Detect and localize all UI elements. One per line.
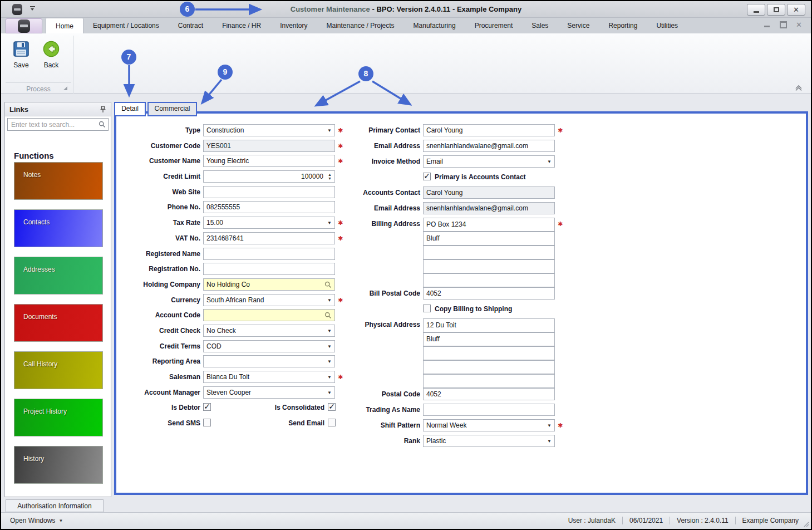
function-tile-history[interactable]: History (14, 446, 103, 484)
dropdown-arrow-icon[interactable]: ▼ (547, 435, 552, 447)
menu-tab-sales[interactable]: Sales (522, 18, 558, 33)
menu-tab-finance-hr[interactable]: Finance / HR (213, 18, 270, 33)
field-input[interactable] (423, 273, 555, 287)
field-label: Accounts Contact (312, 187, 420, 199)
close-button[interactable]: ✕ (787, 4, 805, 16)
minimize-button[interactable] (747, 4, 765, 16)
menu-tab-inventory[interactable]: Inventory (270, 18, 317, 33)
menu-tab-manufacturing[interactable]: Manufacturing (404, 18, 465, 33)
collapse-ribbon-icon[interactable] (794, 85, 803, 91)
status-user: User : JulandaK (568, 517, 616, 524)
field-input[interactable] (423, 360, 555, 374)
links-header: Links (5, 102, 111, 116)
field-input[interactable] (423, 259, 555, 273)
field-label: Registration No. (116, 263, 200, 275)
function-tile-contacts[interactable]: Contacts (14, 209, 103, 247)
function-tile-label: Call History (23, 360, 57, 368)
field-label: Phone No. (116, 201, 200, 213)
rank-select[interactable]: Plastic▼ (423, 435, 555, 447)
window-title-app: - BPO: Version 2.4.0.11 - Example Compan… (370, 5, 521, 13)
menu-tab-home[interactable]: Home (46, 18, 83, 33)
field-input[interactable]: Bluff (423, 232, 555, 246)
primary-contact-value: Carol Young (426, 126, 462, 134)
maximize-button[interactable] (767, 4, 785, 16)
group-dialog-launcher-icon[interactable] (63, 86, 67, 90)
primary-is-accounts-contact-checkbox[interactable]: ✓ (423, 173, 431, 180)
function-tile-documents[interactable]: Documents (14, 304, 103, 342)
menu-tab-service[interactable]: Service (558, 18, 599, 33)
document-close-icon[interactable]: ✕ (796, 21, 803, 28)
postal-code-input[interactable]: 4052 (423, 388, 555, 400)
authorisation-information-tab[interactable]: Authorisation Information (6, 499, 104, 512)
vat-no-value: 2314687641 (206, 234, 244, 242)
callout-6: 6 (180, 2, 195, 17)
ribbon-group-separator (73, 36, 74, 94)
accounts-contact-input[interactable]: Carol Young (423, 187, 555, 199)
is-debtor-checkbox[interactable]: ✓ (203, 403, 211, 411)
maximize-icon (774, 7, 779, 12)
email-address-value: snenhlanhlandwalane@gmail.com (426, 204, 528, 212)
document-minimize-icon[interactable] (764, 21, 771, 28)
field-input[interactable]: Bluff (423, 332, 555, 346)
field-label: Email Address (312, 202, 420, 214)
menu-tab-utilities[interactable]: Utilities (647, 18, 687, 33)
pin-icon[interactable] (100, 106, 106, 113)
field-input[interactable] (423, 374, 555, 388)
bill-postal-code-input[interactable]: 4052 (423, 287, 555, 300)
tab-detail[interactable]: Detail (114, 102, 146, 116)
links-search-input[interactable] (7, 118, 109, 131)
form-row-email-address: Email Addresssnenhlanhlandwalane@gmail.c… (312, 202, 568, 214)
status-separator (622, 517, 623, 524)
field-label: Account Manager (116, 386, 200, 399)
field-label: Send Email (211, 417, 324, 429)
form-row-postal-code: Postal Code4052 (312, 388, 568, 400)
back-button[interactable]: Back (38, 37, 65, 79)
field-input[interactable] (423, 346, 555, 360)
email-address-input[interactable]: snenhlanhlandwalane@gmail.com (423, 202, 555, 214)
billing-address-input[interactable]: PO Box 1234 (423, 218, 555, 232)
trading-as-name-input[interactable] (423, 404, 555, 416)
field-label: Rank (312, 435, 420, 447)
send-sms-checkbox[interactable] (203, 419, 211, 426)
physical-address-input[interactable]: 12 Du Toit (423, 318, 555, 332)
form-row-field (312, 346, 568, 359)
open-windows-button[interactable]: Open Windows▼ (10, 517, 63, 524)
physical-address-value: 12 Du Toit (426, 321, 456, 329)
copy-billing-to-shipping-checkbox[interactable] (423, 305, 431, 312)
field-input[interactable] (423, 246, 555, 259)
field-label: Currency (116, 294, 200, 306)
menu-tab-maintenance-projects[interactable]: Maintenance / Projects (317, 18, 404, 33)
form-row-invoice-method: Invoice MethodEmail▼ (312, 155, 568, 168)
field-label: Web Site (116, 186, 200, 198)
shift-pattern-select[interactable]: Normal Week▼ (423, 419, 555, 431)
function-tile-project-history[interactable]: Project History (14, 399, 103, 436)
invoice-method-select[interactable]: Email▼ (423, 155, 555, 168)
chevron-down-icon: ▼ (58, 518, 63, 523)
function-tile-call-history[interactable]: Call History (14, 351, 103, 389)
application-menu-button[interactable] (6, 18, 42, 33)
resize-grip[interactable] (803, 521, 809, 527)
callout-7: 7 (121, 50, 136, 65)
rank-value: Plastic (426, 437, 446, 445)
function-tile-addresses[interactable]: Addresses (14, 257, 103, 295)
links-sidebar: Links Functions NotesContactsAddressesDo… (4, 102, 111, 497)
status-bar: Open Windows▼ User : JulandaK 06/01/2021… (1, 512, 811, 529)
menu-tab-procurement[interactable]: Procurement (465, 18, 523, 33)
email-address-input[interactable]: snenhlanhlandwalane@gmail.com (423, 140, 555, 152)
accounts-contact-value: Carol Young (426, 189, 462, 197)
primary-contact-input[interactable]: Carol Young (423, 124, 555, 136)
tab-commercial[interactable]: Commercial (147, 102, 197, 116)
save-button[interactable]: Save (8, 37, 35, 79)
function-tile-notes[interactable]: Notes (14, 162, 103, 200)
form-row-primary-contact: Primary ContactCarol Young✱ (312, 124, 568, 136)
dropdown-arrow-icon[interactable]: ▼ (547, 156, 552, 168)
application-window: Customer Maintenance - BPO: Version 2.4.… (0, 0, 812, 530)
menu-tab-equipment-locations[interactable]: Equipment / Locations (83, 18, 169, 33)
salesman-value: Bianca Du Toit (206, 373, 249, 381)
status-separator (735, 517, 736, 524)
document-restore-icon[interactable] (780, 21, 787, 28)
menu-tab-contract[interactable]: Contract (169, 18, 213, 33)
menu-tab-reporting[interactable]: Reporting (599, 18, 647, 33)
dropdown-arrow-icon[interactable]: ▼ (547, 420, 552, 431)
functions-heading: Functions (14, 151, 111, 160)
